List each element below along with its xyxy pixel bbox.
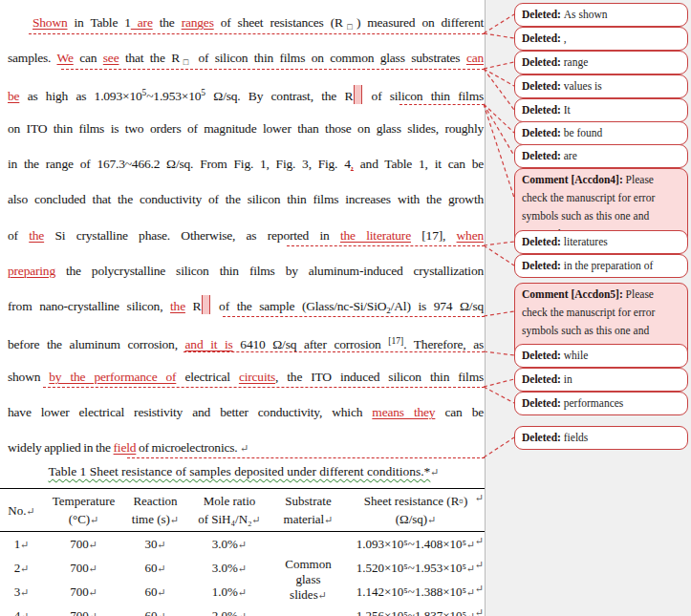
text-line: be as high as 1.093×105~1.953×105 Ω/sq. … (8, 75, 484, 111)
error-symbol-box (354, 85, 362, 104)
balloon-text: while (564, 350, 589, 361)
deleted-balloon[interactable]: Deleted: range (514, 51, 688, 74)
balloon-label: Deleted: (522, 9, 564, 20)
text-segment: Si crystalline phase. Otherwise, as repo… (44, 228, 340, 243)
balloon-text: range (564, 56, 589, 68)
text-segment: , the ITO induced silicon thin films (275, 370, 484, 384)
cell-end-mark: ↵ (157, 610, 165, 616)
deleted-balloon[interactable]: Deleted: As shown (514, 3, 688, 27)
deleted-balloon[interactable]: Deleted: are (514, 144, 688, 168)
table-cell[interactable]: 3.0%↵ (186, 532, 272, 557)
table-cell[interactable]: 3.0%↵ (186, 556, 272, 580)
table-row: 2↵700↵60↵3.0%↵1.520×10⁵~1.953×10⁵↵ (0, 556, 485, 580)
deletion-connector-line (223, 316, 485, 317)
table-cell[interactable]: 60↵ (124, 556, 186, 580)
balloon-label: Comment [Accdon4]: (522, 174, 626, 185)
text-line: on ITO thin films is two orders of magni… (8, 111, 484, 146)
text-segment: □ (343, 22, 356, 32)
table-cell[interactable]: 30↵ (124, 532, 186, 557)
sheet-resistance-cell[interactable]: 1.520×10⁵~1.953×10⁵↵ (344, 556, 485, 580)
cell-end-mark: ↵ (26, 505, 34, 517)
inserted-text: Shown (32, 15, 68, 30)
inserted-text: see (103, 51, 119, 65)
table-cell[interactable]: 60↵ (124, 604, 186, 616)
table-cell[interactable]: 1.0%↵ (186, 580, 272, 604)
cell-end-mark: ↵ (427, 514, 436, 525)
table-cell[interactable]: 700↵ (43, 532, 124, 557)
text-line: samples. We can see that the R□ of silic… (8, 40, 484, 75)
inserted-text: circuits (239, 370, 275, 384)
header-line: Substrate (272, 492, 344, 510)
sheet-resistance-cell[interactable]: 1.256×10⁵~1.837×10⁵↵ (344, 604, 485, 616)
balloon-text: performances (564, 397, 624, 409)
deleted-balloon[interactable]: Deleted: values is (514, 74, 688, 98)
table-cell[interactable]: 700↵ (43, 556, 124, 580)
deleted-balloon[interactable]: Deleted: , (514, 27, 688, 51)
text-segment: electrical (176, 370, 239, 384)
balloon-label: Deleted: (522, 104, 564, 116)
header-line: Mole ratio (186, 492, 272, 510)
table-row: 3↵700↵60↵1.0%↵1.142×10⁵~1.388×10⁵↵ (0, 580, 485, 604)
table-cell[interactable]: 4↵ (0, 604, 43, 616)
table-row: 1↵700↵30↵3.0%↵Common glassslides↵1.093×1… (0, 532, 485, 557)
balloon-label: Deleted: (522, 397, 564, 409)
text-segment: of the sample (Glass/nc-Si/SiO (211, 299, 386, 313)
cell-end-mark: ↵ (90, 514, 98, 525)
text-segment: ↵ (240, 442, 248, 454)
inserted-text: field (114, 440, 137, 455)
table-cell[interactable]: 1↵ (0, 532, 43, 557)
table-cell[interactable]: 2.0%↵ (186, 604, 272, 616)
deleted-balloon[interactable]: Deleted: literatures (514, 230, 688, 254)
inserted-text: ranges (182, 15, 214, 30)
text-segment: on ITO thin films is two orders of magni… (8, 121, 484, 136)
table-cell[interactable]: 2↵ (0, 556, 43, 580)
column-header: Temperature(°C)↵ (43, 489, 124, 532)
table-header: No.↵Temperature(°C)↵Reactiontime (s)↵Mol… (0, 489, 485, 532)
text-segment: from nano-crystalline silicon, (8, 299, 170, 313)
inserted-text: are (131, 15, 153, 30)
pilcrow-mark: ↵ (430, 466, 439, 478)
cell-end-mark: ↵ (466, 539, 475, 550)
text-segment: of silicon thin films (363, 89, 484, 103)
deleted-balloon[interactable]: Deleted: in (514, 368, 688, 392)
text-segment: can (74, 51, 103, 65)
cell-end-mark: ↵ (20, 539, 29, 550)
deleted-balloon[interactable]: Deleted: while (514, 344, 688, 368)
sheet-resistance-cell[interactable]: 1.093×10⁵~1.408×10⁵↵ (344, 532, 485, 557)
deleted-balloon[interactable]: Deleted: in the preparation of (514, 254, 688, 278)
inserted-text: We (56, 51, 73, 65)
cell-end-mark: ↵ (466, 610, 475, 616)
document-page[interactable]: Shown in Table 1 are the ranges of sheet… (0, 0, 485, 616)
text-segment: [17] (388, 336, 403, 346)
table-cell[interactable]: 60↵ (124, 580, 186, 604)
cell-end-mark: ↵ (157, 563, 165, 574)
deletion-connector-line (399, 104, 485, 105)
deleted-balloon[interactable]: Deleted: It (514, 98, 688, 122)
table-body: 1↵700↵30↵3.0%↵Common glassslides↵1.093×1… (0, 532, 485, 616)
deleted-balloon[interactable]: Deleted: be found (514, 121, 688, 145)
text-segment: . Therefore, as (403, 337, 484, 351)
deleted-balloon[interactable]: Deleted: performances (514, 392, 688, 415)
inserted-text: and it is (185, 337, 233, 351)
data-table[interactable]: No.↵Temperature(°C)↵Reactiontime (s)↵Mol… (0, 488, 485, 616)
row-end-mark: ↵ (475, 583, 485, 595)
inserted-text: the literature (340, 228, 411, 243)
balloon-label: Deleted: (522, 150, 564, 161)
deleted-balloon[interactable]: Deleted: fields (514, 426, 688, 450)
text-segment: before the aluminum corrosion, (8, 337, 185, 351)
text-segment: [17], (411, 228, 457, 243)
table-cell[interactable]: 700↵ (43, 604, 124, 616)
substrate-merged-cell[interactable]: Common glassslides↵ (272, 532, 344, 616)
substrate-line: Common glass (272, 557, 344, 587)
cell-end-mark: ↵ (89, 586, 97, 598)
header-line: (°C)↵ (43, 510, 124, 529)
table-cell[interactable]: 3↵ (0, 580, 43, 604)
table-cell[interactable]: 700↵ (43, 580, 124, 604)
sheet-resistance-cell[interactable]: 1.142×10⁵~1.388×10⁵↵ (344, 580, 485, 604)
paragraph[interactable]: Shown in Table 1 are the ranges of sheet… (8, 5, 484, 465)
cell-end-mark: ↵ (157, 586, 165, 598)
balloon-text: are (564, 150, 577, 161)
text-segment: 6410 Ω/sq after corrosion (233, 337, 389, 351)
text-line: before the aluminum corrosion, and it is… (8, 324, 484, 359)
cell-end-mark: ↵ (20, 610, 29, 616)
